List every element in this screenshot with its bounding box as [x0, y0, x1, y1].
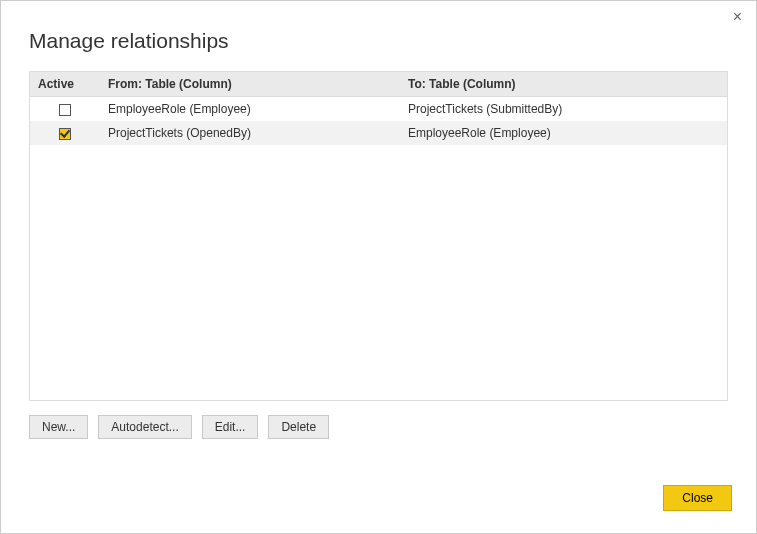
relationships-table: Active From: Table (Column) To: Table (C…: [30, 72, 727, 145]
autodetect-button[interactable]: Autodetect...: [98, 415, 191, 439]
close-button[interactable]: Close: [663, 485, 732, 511]
cell-from: EmployeeRole (Employee): [100, 97, 400, 122]
delete-button[interactable]: Delete: [268, 415, 329, 439]
active-checkbox[interactable]: [59, 128, 71, 140]
table-row[interactable]: ProjectTickets (OpenedBy)EmployeeRole (E…: [30, 121, 727, 145]
cell-from: ProjectTickets (OpenedBy): [100, 121, 400, 145]
edit-button[interactable]: Edit...: [202, 415, 259, 439]
header-active[interactable]: Active: [30, 72, 100, 97]
active-checkbox[interactable]: [59, 104, 71, 116]
cell-to: EmployeeRole (Employee): [400, 121, 727, 145]
cell-to: ProjectTickets (SubmittedBy): [400, 97, 727, 122]
relationships-table-container: Active From: Table (Column) To: Table (C…: [29, 71, 728, 401]
table-row[interactable]: EmployeeRole (Employee)ProjectTickets (S…: [30, 97, 727, 122]
table-header-row: Active From: Table (Column) To: Table (C…: [30, 72, 727, 97]
header-from[interactable]: From: Table (Column): [100, 72, 400, 97]
action-button-row: New... Autodetect... Edit... Delete: [1, 401, 756, 439]
new-button[interactable]: New...: [29, 415, 88, 439]
dialog-title: Manage relationships: [1, 1, 756, 71]
dialog-footer: Close: [663, 485, 732, 511]
manage-relationships-dialog: × Manage relationships Active From: Tabl…: [0, 0, 757, 534]
cell-active: [30, 97, 100, 122]
header-to[interactable]: To: Table (Column): [400, 72, 727, 97]
cell-active: [30, 121, 100, 145]
close-icon[interactable]: ×: [733, 9, 742, 25]
